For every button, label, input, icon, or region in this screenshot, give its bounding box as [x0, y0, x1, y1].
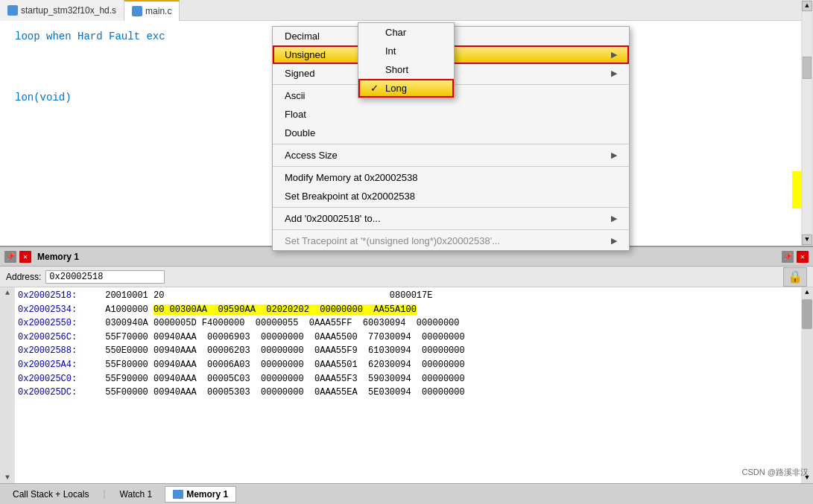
mem-scroll-thumb[interactable] [802, 299, 812, 329]
arrow-icon-3: ▶ [611, 150, 617, 160]
scroll-left-panel[interactable]: ▲ ▼ [0, 287, 15, 483]
submenu-item-short[interactable]: Short [358, 60, 454, 79]
close-button-right[interactable]: ✕ [797, 251, 809, 263]
arrow-icon-2: ▶ [611, 68, 617, 78]
menu-separator-4 [273, 207, 629, 208]
table-row: 0x2000256C: 55F70000 00940AAA 00006903 0… [18, 331, 798, 345]
table-row: 0x20002518: 20010001 20 0800017E [18, 289, 798, 303]
yellow-position-marker [792, 171, 801, 208]
editor-scrollbar[interactable]: ▲ ▼ [801, 0, 813, 246]
address-input[interactable] [45, 270, 165, 284]
watermark: CSDN @路溪非汉 [742, 467, 809, 478]
pin-button-right[interactable]: 📌 [782, 251, 794, 263]
scroll-up-left[interactable]: ▲ [5, 289, 10, 297]
lock-button[interactable]: 🔒 [783, 267, 807, 287]
table-row: 0x200025C0: 55F90000 00940AAA 00005C03 0… [18, 372, 798, 386]
menu-item-set-tracepoint[interactable]: Set Tracepoint at '*(unsigned long*)0x20… [273, 232, 629, 250]
table-row: 0x200025A4: 55F80000 00940AAA 00006A03 0… [18, 358, 798, 372]
tab-main[interactable]: main.c [124, 0, 180, 21]
scroll-track[interactable] [803, 12, 812, 234]
menu-separator-3 [273, 166, 629, 167]
arrow-icon-5: ▶ [611, 236, 617, 246]
menu-item-access-size[interactable]: Access Size ▶ [273, 146, 629, 165]
table-row: 0x20002534: A1000000 00 00300AA 09590AA … [18, 303, 798, 317]
arrow-icon: ▶ [611, 50, 617, 60]
scroll-down-arrow[interactable]: ▼ [802, 235, 812, 245]
file-icon [7, 5, 18, 16]
tab-startup[interactable]: startup_stm32f10x_hd.s [0, 0, 124, 21]
memory-scrollbar[interactable]: ▲ ▼ [801, 287, 813, 483]
memory-tab-icon [173, 490, 183, 499]
scroll-up-arrow[interactable]: ▲ [802, 1, 812, 11]
file-icon-2 [132, 6, 142, 16]
arrow-icon-4: ▶ [611, 214, 617, 223]
mem-scroll-up[interactable]: ▲ [803, 287, 810, 298]
menu-item-float[interactable]: Float [273, 105, 629, 124]
table-row: 0x20002550: 0300940A 0000005D F4000000 0… [18, 316, 798, 331]
scroll-thumb[interactable] [803, 57, 812, 79]
bottom-tab-bar: Call Stack + Locals | Watch 1 Memory 1 [0, 483, 813, 504]
scroll-down-left[interactable]: ▼ [5, 473, 10, 482]
panel-title: Memory 1 [34, 252, 779, 262]
menu-item-add-to[interactable]: Add '0x20002518' to... ▶ [273, 209, 629, 228]
address-bar: Address: 🔒 [0, 267, 813, 287]
menu-item-modify-memory[interactable]: Modify Memory at 0x20002538 [273, 168, 629, 187]
address-label: Address: [6, 272, 41, 282]
close-button[interactable]: ✕ [19, 251, 31, 263]
menu-item-set-breakpoint[interactable]: Set Breakpoint at 0x20002538 [273, 187, 629, 205]
submenu-item-char[interactable]: Char [358, 23, 454, 42]
submenu-item-int[interactable]: Int [358, 42, 454, 60]
menu-separator-5 [273, 229, 629, 230]
menu-separator-2 [273, 144, 629, 144]
table-row: 0x200025DC: 55F00000 00940AAA 00005303 0… [18, 386, 798, 400]
pin-button[interactable]: 📌 [4, 251, 16, 263]
submenu-item-long[interactable]: ✓ Long [358, 79, 454, 98]
submenu: Char Int Short ✓ Long [358, 22, 455, 98]
memory-panel: 📌 ✕ Memory 1 📌 ✕ Address: 🔒 ▲ ▼ 0x200025… [0, 246, 813, 504]
tab-call-stack[interactable]: Call Stack + Locals [4, 486, 97, 503]
tab-memory[interactable]: Memory 1 [165, 486, 236, 503]
menu-item-double[interactable]: Double [273, 124, 629, 142]
table-row: 0x20002588: 550E0000 00940AAA 00006203 0… [18, 344, 798, 358]
tab-watch[interactable]: Watch 1 [112, 486, 161, 503]
memory-table-area: ▲ ▼ 0x20002518: 20010001 20 0800017E 0x2… [0, 287, 813, 483]
memory-content: 0x20002518: 20010001 20 0800017E 0x20002… [15, 287, 801, 483]
editor-tab-bar: startup_stm32f10x_hd.s main.c [0, 0, 813, 21]
